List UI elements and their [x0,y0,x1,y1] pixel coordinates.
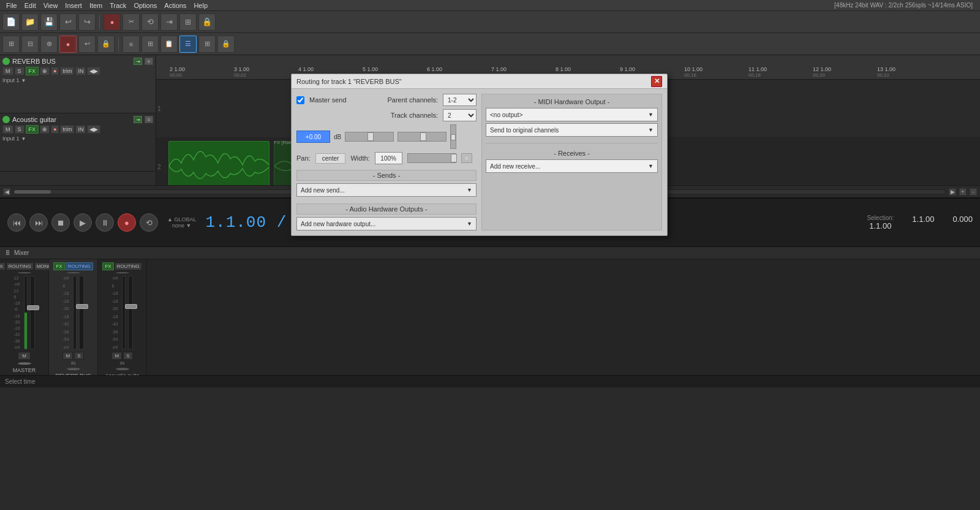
menu-item[interactable]: Item [86,0,106,11]
tb-undo[interactable]: ↩ [59,13,77,31]
track-rec-btn[interactable]: ● [51,67,59,75]
tb2-3[interactable]: ⊕ [40,36,58,53]
menu-options[interactable]: Options [130,0,160,11]
acoustic-fx-btn[interactable]: FX [102,262,113,270]
add-receive-dropdown[interactable]: Add new receive... ▼ [486,159,658,173]
track-input-reverb[interactable]: Input 1▼ [2,77,153,83]
master-fader-track[interactable] [30,276,35,349]
mixer-tab[interactable]: 🎚 Mixer [0,247,980,259]
tb2-5[interactable]: ↩ [78,36,96,53]
menu-help[interactable]: Help [190,0,211,11]
tb2-2[interactable]: ⊟ [21,36,39,53]
tb-tool2[interactable]: ⟲ [141,13,159,31]
track-input-acoustic[interactable]: Input 1▼ [2,135,153,142]
acoustic-fader-thumb[interactable] [125,304,137,309]
reverb-fader-thumb[interactable] [76,304,88,309]
send-to-original-dropdown[interactable]: Send to original channels ▼ [486,123,658,137]
track-fx-btn-2[interactable]: FX [26,125,39,134]
reverb-channel-knob[interactable] [67,368,80,370]
pause-btn[interactable]: ⏸ [96,213,114,232]
menu-track[interactable]: Track [106,0,130,11]
track-s-btn[interactable]: S [15,67,24,75]
tb2-1[interactable]: ⊞ [2,36,20,53]
next-btn[interactable]: ⏭ [29,213,48,232]
master-knob[interactable] [18,272,31,273]
master-fx-btn[interactable]: FX [0,262,6,270]
tb2-4[interactable]: ● [59,36,77,53]
acoustic-m-btn[interactable]: M [111,352,122,360]
parent-channels-select[interactable]: 1-2 [443,94,477,106]
acoustic-routing-btn[interactable]: ROUTING [115,262,142,270]
menu-edit[interactable]: Edit [21,0,40,11]
play-btn[interactable]: ▶ [74,213,92,232]
no-output-dropdown[interactable]: <no output> ▼ [486,108,658,121]
reverb-knob[interactable] [67,272,80,273]
master-m-btn[interactable]: M [18,352,31,360]
tb2-7[interactable]: ≡ [123,36,140,53]
track-m-btn[interactable]: M [2,67,13,75]
track-env-btn-2[interactable]: ⊕ [40,125,50,134]
track-mono-btn[interactable]: ◀▶ [87,67,100,75]
track-s-btn-2[interactable]: S [15,125,24,134]
reverb-routing-btn[interactable]: ROUTING [66,262,93,270]
record-btn[interactable]: ● [118,213,136,232]
master-routing-btn[interactable]: ROUTING [6,262,34,270]
tb-save[interactable]: 💾 [40,13,58,31]
acoustic-fader-track[interactable] [128,276,133,349]
track-in-btn-2[interactable]: IN [75,125,86,134]
zoom-in-btn[interactable]: + [959,188,967,196]
tb2-11[interactable]: ⊞ [198,36,216,53]
width-input[interactable] [375,152,402,164]
track-env-btn[interactable]: ⊕ [40,67,50,75]
tb2-9[interactable]: 📋 [160,36,178,53]
track-fx-btn[interactable]: FX [26,67,39,75]
track-rec-btn-2[interactable]: ● [51,125,59,134]
pan-right-btn[interactable]: ■ [461,153,472,163]
tb2-8[interactable]: ⊞ [141,36,159,53]
acoustic-channel-knob[interactable] [116,368,129,370]
tb-tool1[interactable]: ✂ [123,13,140,31]
slider-2[interactable] [398,132,447,142]
db-input[interactable] [296,131,330,143]
track-channels-select[interactable]: 2 [443,109,477,121]
tb-redo[interactable]: ↪ [78,13,96,31]
tb-tool4[interactable]: ⊞ [179,13,197,31]
dialog-close-btn[interactable]: ✕ [651,76,662,87]
slider-1[interactable] [345,132,394,142]
scroll-thumb[interactable] [14,190,51,194]
acoustic-s-btn[interactable]: S [123,352,132,360]
pan-value-btn[interactable]: center [315,153,346,164]
add-hw-dropdown[interactable]: Add new hardware output... ▼ [296,217,477,230]
track-m-btn-2[interactable]: M [2,125,13,134]
tb2-10[interactable]: ☰ [179,36,197,53]
reverb-s-btn[interactable]: S [74,352,83,360]
track-route-icon[interactable]: ⇥ [134,58,142,65]
tb2-12[interactable]: 🔒 [217,36,235,53]
reverb-fader-track[interactable] [79,276,84,349]
slider-3-vert[interactable] [450,124,456,149]
track-mono-btn-2[interactable]: ◀▶ [87,125,100,134]
waveform-block-1[interactable] [168,141,270,185]
prev-btn[interactable]: ⏮ [7,213,26,232]
tb-tool3[interactable]: ⇥ [160,13,178,31]
menu-file[interactable]: File [2,0,21,11]
track-trim-btn-2[interactable]: trim [60,125,74,134]
tb-record-arm[interactable]: ● [104,13,121,31]
reverb-m-btn[interactable]: M [62,352,73,360]
tb-new[interactable]: 📄 [2,13,20,31]
reverb-fx-btn[interactable]: FX [53,262,64,270]
acoustic-knob[interactable] [116,272,129,273]
scroll-left-btn[interactable]: ◀ [3,188,10,196]
master-channel-knob[interactable] [18,362,31,365]
tb2-6[interactable]: 🔒 [97,36,115,53]
scroll-right-btn[interactable]: ▶ [949,188,956,196]
stop-btn[interactable]: ⏹ [51,213,70,232]
menu-view[interactable]: View [40,0,62,11]
loop-btn[interactable]: ⟲ [140,213,158,232]
menu-insert[interactable]: Insert [61,0,86,11]
track-route-icon-2[interactable]: ⇥ [134,116,142,123]
track-in-btn[interactable]: IN [75,67,86,75]
zoom-out-btn[interactable]: - [970,188,977,196]
master-fader-thumb[interactable] [27,305,39,310]
tb-tool5[interactable]: 🔒 [198,13,216,31]
